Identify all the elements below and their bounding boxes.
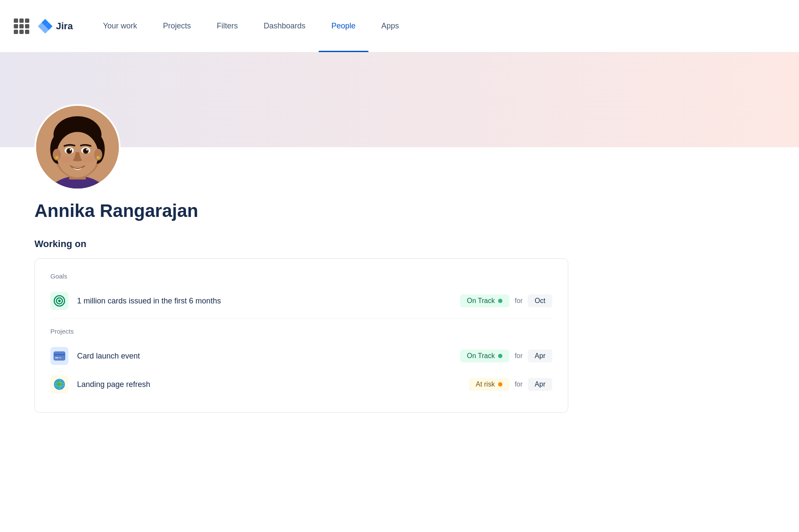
app-grid-icon[interactable]: [14, 19, 29, 34]
target-icon: [53, 295, 65, 307]
svg-rect-26: [54, 354, 65, 356]
status-text: At risk: [476, 380, 495, 388]
nav-dashboards[interactable]: Dashboards: [251, 0, 319, 52]
section-title: Working on: [34, 238, 765, 250]
project-card-icon: [50, 347, 68, 365]
work-card: Goals 1 million cards issued in the firs…: [34, 258, 568, 413]
jira-logo-text: Jira: [56, 21, 73, 32]
globe-icon: [53, 378, 65, 390]
list-item: Card launch event On Track for Apr: [50, 342, 552, 370]
work-item-right: On Track for Apr: [460, 350, 552, 362]
status-badge[interactable]: On Track: [460, 294, 510, 307]
svg-point-21: [83, 156, 95, 163]
svg-point-11: [96, 156, 100, 159]
status-badge-at-risk[interactable]: At risk: [469, 378, 509, 391]
nav-links: Your work Projects Filters Dashboards Pe…: [90, 0, 412, 52]
avatar: [34, 104, 121, 190]
working-on-section: Working on Goals 1 million cards issued …: [0, 238, 799, 413]
list-item: Landing page refresh At risk for Apr: [50, 370, 552, 399]
work-item-left: 1 million cards issued in the first 6 mo…: [50, 292, 221, 310]
list-item: 1 million cards issued in the first 6 mo…: [50, 287, 552, 315]
svg-point-24: [58, 300, 61, 302]
nav-filters[interactable]: Filters: [204, 0, 251, 52]
svg-point-19: [86, 149, 88, 151]
svg-rect-27: [55, 357, 59, 359]
nav-your-work[interactable]: Your work: [90, 0, 150, 52]
status-badge[interactable]: On Track: [460, 350, 510, 362]
month-badge: Apr: [528, 378, 552, 391]
project-globe-icon: [50, 375, 68, 393]
nav-apps[interactable]: Apps: [369, 0, 412, 52]
svg-point-20: [60, 156, 72, 163]
status-text: On Track: [467, 297, 495, 305]
month-badge: Oct: [528, 294, 552, 307]
projects-label: Projects: [50, 328, 552, 335]
work-item-left: Landing page refresh: [50, 375, 150, 393]
avatar-image: [36, 106, 119, 189]
status-dot-green: [498, 354, 502, 358]
main-nav: Jira Your work Projects Filters Dashboar…: [0, 0, 799, 53]
project-globe-label: Landing page refresh: [77, 380, 150, 389]
month-badge: Apr: [528, 350, 552, 362]
status-dot-orange: [498, 382, 502, 387]
work-item-right: At risk for Apr: [469, 378, 552, 391]
nav-people[interactable]: People: [319, 0, 369, 52]
for-label: for: [514, 380, 523, 388]
svg-point-18: [70, 149, 71, 151]
status-dot-green: [498, 299, 502, 303]
svg-rect-25: [54, 352, 65, 360]
jira-logo[interactable]: Jira: [38, 19, 73, 34]
divider: [50, 319, 552, 319]
work-item-right: On Track for Oct: [460, 294, 552, 307]
status-text: On Track: [467, 352, 495, 360]
goals-label: Goals: [50, 272, 552, 280]
goal-item-label: 1 million cards issued in the first 6 mo…: [77, 297, 221, 306]
for-label: for: [514, 297, 523, 305]
nav-projects[interactable]: Projects: [150, 0, 204, 52]
credit-card-icon: [53, 351, 65, 361]
goal-icon: [50, 292, 68, 310]
svg-point-10: [55, 156, 59, 159]
profile-section: Annika Rangarajan: [0, 104, 799, 221]
person-name: Annika Rangarajan: [34, 201, 765, 221]
work-item-left: Card launch event: [50, 347, 140, 365]
project-card-label: Card launch event: [77, 352, 140, 361]
for-label: for: [514, 352, 523, 360]
jira-logo-icon: [38, 19, 53, 34]
svg-rect-28: [59, 357, 61, 359]
